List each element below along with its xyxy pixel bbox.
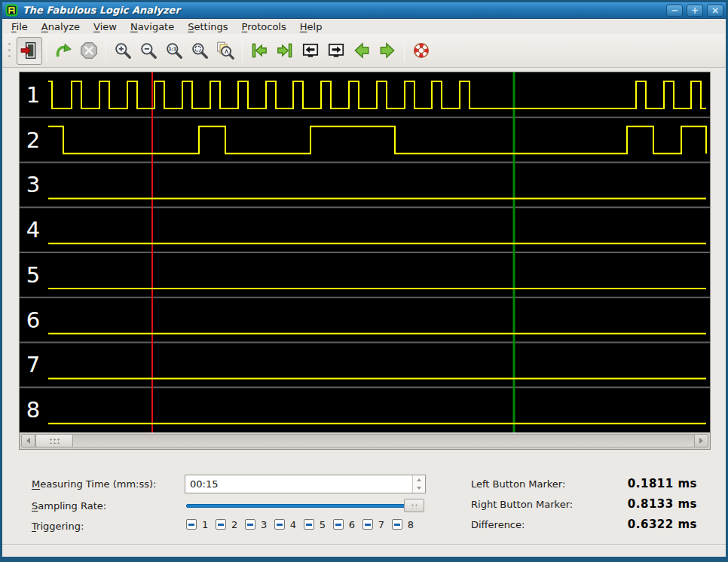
zoom-fit-icon — [190, 41, 210, 60]
channel-label: 5 — [26, 262, 40, 288]
spin-down-button[interactable] — [413, 484, 425, 493]
zoom-out-button[interactable] — [136, 37, 161, 65]
minimize-button[interactable]: − — [666, 5, 683, 17]
scrollbar-thumb[interactable] — [35, 434, 73, 447]
statusbar — [2, 545, 726, 557]
spin-up-button[interactable] — [413, 475, 425, 484]
app-window: The Fabulous Logic Analyzer − + × FileAn… — [0, 0, 728, 562]
help-button[interactable] — [408, 37, 434, 65]
sampling-rate-slider[interactable] — [186, 498, 424, 513]
goto-end-button[interactable] — [272, 37, 298, 65]
readout-label: Difference: — [471, 519, 525, 530]
measuring-time-label: Measuring Time (mm:ss): — [32, 478, 157, 490]
trigger-channel-5: 5 — [304, 519, 326, 530]
chevron-up-icon — [417, 478, 421, 481]
zoom-out-icon — [139, 41, 158, 60]
trigger-checkbox-1[interactable] — [186, 519, 197, 530]
channel-label: 7 — [26, 352, 40, 377]
trigger-checkbox-label: 3 — [261, 519, 267, 530]
trigger-channel-3: 3 — [245, 519, 267, 530]
goto-right-marker-button[interactable] — [323, 37, 349, 65]
channel-trace — [48, 81, 706, 108]
trigger-checkbox-7[interactable] — [362, 519, 373, 530]
toolbar-handle[interactable] — [6, 41, 14, 60]
channel-label: 3 — [26, 172, 40, 197]
tristate-dash-icon — [277, 524, 283, 526]
channel-label: 1 — [26, 82, 40, 108]
tristate-dash-icon — [306, 524, 312, 526]
trigger-channel-7: 7 — [362, 519, 384, 530]
slider-track[interactable] — [186, 504, 424, 508]
trigger-checkbox-label: 7 — [378, 519, 384, 530]
trigger-checkbox-label: 1 — [202, 519, 208, 530]
toolbar-separator — [106, 39, 106, 62]
channel-label: 4 — [26, 217, 40, 243]
readout-value: 0.6322 ms — [628, 518, 697, 531]
scrollbar-track[interactable] — [35, 434, 694, 447]
readout-value: 0.1811 ms — [628, 477, 697, 490]
trigger-checkbox-4[interactable] — [274, 519, 285, 530]
capture-stop-button[interactable] — [76, 37, 102, 65]
green-redo-arrow-icon — [54, 41, 73, 60]
menu-item-view[interactable]: View — [87, 20, 124, 34]
zoom-fit-button[interactable] — [187, 37, 213, 65]
trigger-channel-6: 6 — [333, 519, 355, 530]
page-right-button[interactable] — [375, 37, 400, 65]
trigger-checkbox-2[interactable] — [216, 519, 226, 530]
zoom-range-icon — [216, 41, 235, 60]
channel-label: 8 — [26, 397, 40, 423]
maximize-button[interactable]: + — [687, 5, 703, 17]
zoom-1to1-icon: 1:1 — [164, 41, 184, 60]
slider-handle[interactable] — [404, 499, 424, 512]
page-left-button[interactable] — [349, 37, 375, 65]
exit-door-icon — [20, 41, 39, 60]
menu-item-file[interactable]: File — [5, 20, 35, 34]
trigger-checkbox-3[interactable] — [245, 519, 255, 530]
toolbar-separator — [242, 39, 243, 62]
measuring-time-input[interactable] — [185, 475, 412, 493]
window-title: The Fabulous Logic Analyzer — [23, 5, 666, 16]
scroll-right-button[interactable] — [694, 434, 708, 447]
trigger-channel-4: 4 — [274, 519, 296, 530]
zoom-in-button[interactable] — [110, 37, 136, 65]
channel-label: 2 — [26, 127, 40, 153]
trigger-checkboxes: 12345678 — [186, 518, 414, 531]
tristate-dash-icon — [247, 524, 253, 526]
scroll-left-button[interactable] — [21, 434, 35, 447]
left-marker-box-icon — [301, 41, 320, 60]
sampling-rate-label: Sampling Rate: — [32, 500, 106, 512]
menu-item-analyze[interactable]: Analyze — [35, 20, 87, 34]
zoom-range-button[interactable] — [213, 37, 238, 65]
zoom-1to1-button[interactable]: 1:1 — [161, 37, 187, 65]
trigger-checkbox-8[interactable] — [392, 519, 402, 530]
goto-begin-icon — [249, 41, 269, 60]
chevron-down-icon — [417, 487, 421, 490]
menu-item-settings[interactable]: Settings — [181, 20, 234, 34]
goto-end-icon — [275, 41, 295, 60]
readout-row: Right Button Marker:0.8133 ms — [471, 496, 697, 512]
menu-item-protocols[interactable]: Protocols — [235, 20, 293, 34]
goto-begin-button[interactable] — [246, 37, 272, 65]
trigger-channel-2: 2 — [216, 519, 237, 530]
close-button[interactable]: × — [707, 5, 723, 17]
waveform-scrollbar[interactable] — [20, 432, 710, 449]
waveform-svg[interactable]: 12345678 — [20, 72, 710, 432]
tristate-dash-icon — [218, 524, 224, 526]
stop-octagon-icon — [79, 41, 99, 60]
menu-item-help[interactable]: Help — [293, 20, 329, 34]
trigger-checkbox-label: 5 — [320, 519, 326, 530]
exit-button[interactable] — [17, 37, 42, 65]
right-marker-box-icon — [326, 41, 346, 60]
goto-left-marker-button[interactable] — [298, 37, 323, 65]
zoom-in-icon — [113, 41, 133, 60]
trigger-checkbox-label: 6 — [349, 519, 355, 530]
capture-continue-button[interactable] — [50, 37, 76, 65]
life-buoy-icon — [411, 41, 431, 60]
grip-dots-icon — [49, 438, 60, 444]
waveform-panel: 12345678 — [19, 72, 711, 450]
tristate-dash-icon — [394, 524, 400, 526]
menu-item-navigate[interactable]: Navigate — [124, 20, 181, 34]
titlebar[interactable]: The Fabulous Logic Analyzer − + × — [2, 2, 726, 19]
trigger-checkbox-6[interactable] — [333, 519, 344, 530]
trigger-checkbox-5[interactable] — [304, 519, 314, 530]
